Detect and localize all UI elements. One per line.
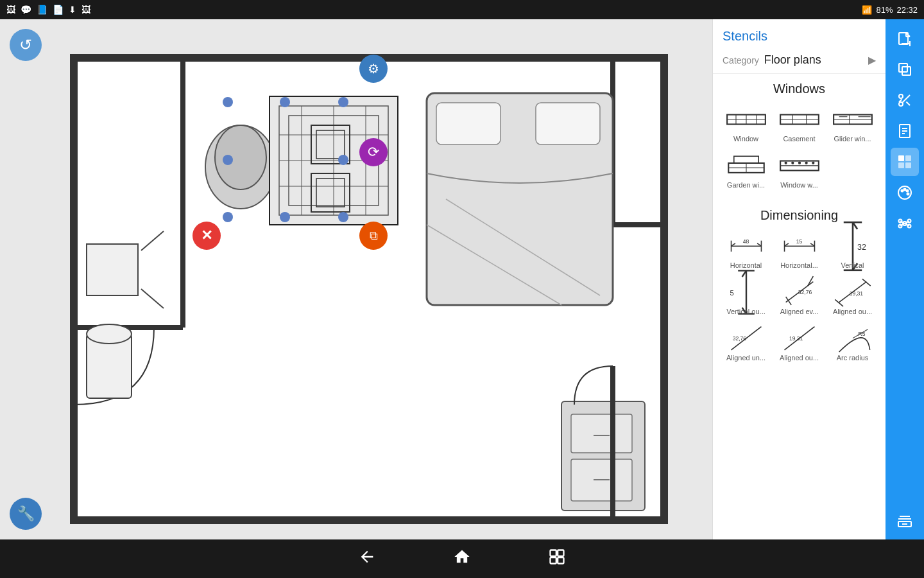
window-wall-icon <box>779 153 820 179</box>
palette-button[interactable] <box>891 179 919 207</box>
category-row[interactable]: Category Floor plans ▶ <box>713 50 886 74</box>
stencil-window-wall[interactable]: Window w... <box>773 148 826 194</box>
wrench-icon: 🔧 <box>17 505 35 522</box>
casement-icon <box>779 107 820 132</box>
handle-mr[interactable] <box>338 155 348 165</box>
window-label: Window <box>733 135 758 143</box>
category-select[interactable]: Floor plans ▶ <box>764 53 876 67</box>
svg-point-108 <box>899 94 903 98</box>
svg-rect-119 <box>898 162 904 168</box>
window-wall-label: Window w... <box>780 181 818 189</box>
svg-point-125 <box>907 193 909 195</box>
stencil-aligned-out2[interactable]: 19,31 Aligned ou... <box>773 320 826 367</box>
undo-icon: ↺ <box>19 36 32 54</box>
handle-bm[interactable] <box>280 212 290 222</box>
handle-tm[interactable] <box>280 97 290 107</box>
stencils-panel: Stencils Category Floor plans ▶ Windows … <box>712 19 886 539</box>
svg-line-87 <box>785 297 791 305</box>
stencil-aligned-ev[interactable]: 32,76 Aligned ev... <box>773 274 826 320</box>
stencil-glider[interactable]: Glider win... <box>826 101 879 148</box>
status-bar: 🖼 💬 📘 📄 ⬇ 🖼 📶 81% 22:32 <box>0 0 924 19</box>
stencil-horizontal2[interactable]: 15 Horizontal... <box>773 228 826 274</box>
copy-notif-icon: 📄 <box>53 4 64 15</box>
undo-button[interactable]: ↺ <box>10 29 42 61</box>
svg-text:19,31: 19,31 <box>789 335 803 342</box>
svg-text:15: 15 <box>796 238 802 245</box>
copy-icon: ⧉ <box>370 229 378 243</box>
delete-icon: ✕ <box>201 227 212 244</box>
stencil-aligned-out[interactable]: 19,31 Aligned ou... <box>826 274 879 320</box>
handle-ml[interactable] <box>223 155 233 165</box>
svg-rect-137 <box>551 550 556 556</box>
aligned-ev-icon: 32,76 <box>779 279 820 305</box>
svg-text:32,76: 32,76 <box>798 289 812 295</box>
svg-rect-14 <box>436 103 501 144</box>
rotate-icon: ⟳ <box>368 144 379 161</box>
fb-icon: 📘 <box>37 4 47 15</box>
horizontal2-icon: 15 <box>779 233 820 259</box>
panel-title: Stencils <box>713 19 886 50</box>
wifi-icon: 📶 <box>862 5 872 15</box>
arc-radius-icon: R5 <box>832 326 873 351</box>
stencil-aligned-un[interactable]: 32,76 Aligned un... <box>719 320 773 367</box>
vertical-icon: 32 <box>832 233 873 259</box>
svg-rect-8 <box>87 244 138 295</box>
drawer-button[interactable] <box>891 506 919 534</box>
svg-point-58 <box>791 162 794 164</box>
aligned-un-icon: 32,76 <box>726 326 767 351</box>
stencil-vertical[interactable]: 32 Vertical <box>826 228 879 274</box>
time-display: 22:32 <box>896 5 918 15</box>
casement-label: Casement <box>783 135 815 143</box>
svg-text:48: 48 <box>742 238 749 245</box>
svg-rect-120 <box>905 162 911 168</box>
stencils-button[interactable] <box>891 148 919 176</box>
side-toolbar <box>886 19 924 539</box>
copy-toolbar-button[interactable] <box>891 55 919 83</box>
stencil-vertical-out[interactable]: 5 Vertical ou... <box>719 274 773 320</box>
stencil-garden[interactable]: Garden wi... <box>719 148 773 194</box>
vertical-out-label: Vertical ou... <box>726 308 766 315</box>
vertical-label: Vertical <box>841 261 864 269</box>
svg-rect-118 <box>905 155 911 161</box>
garden-label: Garden wi... <box>727 181 765 189</box>
export-button[interactable] <box>891 24 919 53</box>
handle-tr[interactable] <box>338 97 348 107</box>
rotate-control-button[interactable]: ⟳ <box>359 138 388 166</box>
stencil-casement[interactable]: Casement <box>773 101 826 148</box>
aligned-out2-icon: 19,31 <box>779 326 820 351</box>
handle-bl[interactable] <box>223 212 233 222</box>
svg-point-59 <box>798 162 800 164</box>
svg-rect-117 <box>898 155 904 161</box>
wrench-button[interactable]: 🔧 <box>10 498 42 530</box>
category-label: Category <box>723 55 759 66</box>
document-button[interactable] <box>891 117 919 145</box>
stencil-arc-radius[interactable]: R5 Arc radius <box>826 320 879 367</box>
handle-tl[interactable] <box>223 97 233 107</box>
svg-rect-139 <box>551 557 556 563</box>
svg-rect-52 <box>733 156 758 163</box>
window-icon <box>726 107 767 132</box>
recent-button[interactable] <box>548 548 566 570</box>
gear-control-button[interactable]: ⚙ <box>359 55 388 83</box>
back-button[interactable] <box>358 548 376 570</box>
notification-icon: 🖼 <box>6 4 15 15</box>
status-bar-left: 🖼 💬 📘 📄 ⬇ 🖼 <box>6 4 90 15</box>
canvas-area[interactable]: ↺ ⚙ ⟳ ✕ ⧉ 🔧 <box>0 19 712 539</box>
home-button[interactable] <box>453 548 471 570</box>
aligned-un-label: Aligned un... <box>726 354 766 362</box>
copy-control-button[interactable]: ⧉ <box>359 222 388 250</box>
svg-line-92 <box>862 279 870 286</box>
bottom-nav <box>0 539 924 578</box>
photo-icon: 🖼 <box>81 4 90 15</box>
delete-control-button[interactable]: ✕ <box>193 222 221 250</box>
svg-rect-19 <box>571 414 632 453</box>
handle-br[interactable] <box>338 212 348 222</box>
settings-button[interactable] <box>891 209 919 238</box>
stencil-window[interactable]: Window <box>719 101 773 148</box>
windows-section-title: Windows <box>713 74 886 101</box>
aligned-out2-label: Aligned ou... <box>780 354 819 362</box>
svg-rect-106 <box>902 67 911 75</box>
scissors-button[interactable] <box>891 86 919 114</box>
svg-text:32,76: 32,76 <box>732 335 746 342</box>
vertical-out-icon: 5 <box>726 279 767 305</box>
